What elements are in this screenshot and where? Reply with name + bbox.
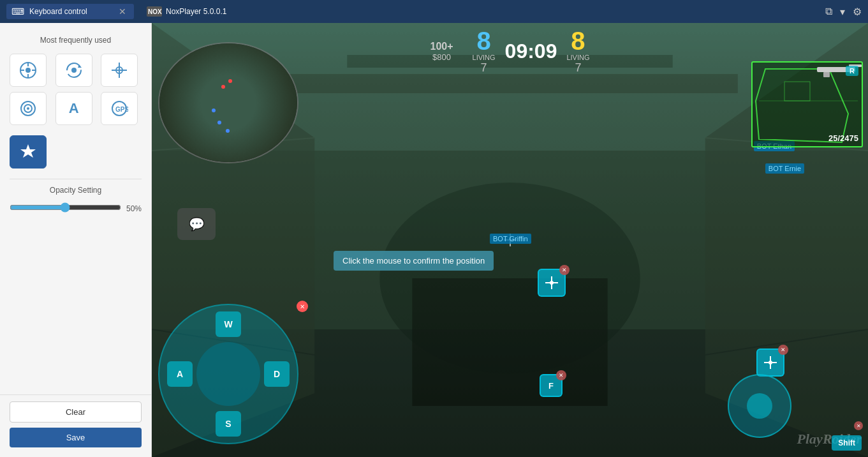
main-area: Most frequently used bbox=[0, 23, 868, 457]
f-key-button[interactable]: F ✕ bbox=[540, 374, 563, 397]
icon-grid: A GPS bbox=[10, 54, 142, 125]
keyboard-icon: ⌨ bbox=[11, 6, 24, 17]
opacity-section: Opacity Setting 50% bbox=[10, 186, 142, 221]
hud-living-label-1: LIVING bbox=[473, 54, 496, 61]
minimap-dot-blue-1 bbox=[212, 109, 216, 112]
shift-button[interactable]: Shift bbox=[832, 435, 862, 451]
svg-point-9 bbox=[71, 68, 77, 73]
wasd-close-button[interactable]: ✕ bbox=[297, 301, 308, 312]
r-key-indicator[interactable]: R bbox=[846, 66, 858, 76]
nox-version-text: NoxPlayer 5.0.0.1 bbox=[166, 7, 226, 16]
hud-yellow-score: 8 LIVING 7 bbox=[566, 28, 589, 75]
hud-scores: 8 LIVING 7 09:09 8 LIVING 7 bbox=[473, 28, 590, 75]
hud-time: 09:09 bbox=[505, 40, 557, 63]
panel-title: Keyboard control bbox=[29, 7, 87, 16]
special-button[interactable] bbox=[10, 135, 47, 169]
opacity-row: 50% bbox=[10, 202, 142, 215]
divider-1 bbox=[10, 179, 142, 179]
gps-icon: GPS bbox=[110, 100, 128, 117]
keyboard-a-label: A bbox=[69, 100, 79, 117]
clear-button[interactable]: Clear bbox=[10, 401, 142, 423]
wasd-circle: W A D S bbox=[158, 304, 298, 444]
window-icon[interactable]: ⧉ bbox=[825, 6, 832, 17]
f-key-label: F bbox=[548, 381, 554, 391]
section-title: Most frequently used bbox=[10, 36, 142, 45]
nox-logo-icon: NOX bbox=[147, 6, 162, 17]
sidebar: Most frequently used bbox=[0, 23, 152, 457]
sidebar-content: Most frequently used bbox=[0, 23, 151, 394]
gps-button[interactable]: GPS bbox=[101, 92, 138, 125]
wasd-inner-circle bbox=[196, 342, 260, 406]
f-key-close[interactable]: ✕ bbox=[556, 370, 566, 380]
move-control-icon bbox=[544, 275, 559, 290]
chat-icon: 💬 bbox=[189, 216, 205, 232]
minimap-dot-red-1 bbox=[221, 85, 225, 89]
game-area: ⏸ 💬 100+ $800 8 LIVI bbox=[152, 23, 868, 457]
opacity-title: Opacity Setting bbox=[10, 186, 142, 195]
hud-yellow-score-num: 8 bbox=[571, 28, 585, 54]
save-button[interactable]: Save bbox=[10, 428, 142, 447]
aim-icon bbox=[19, 100, 37, 117]
rotate-icon bbox=[65, 61, 83, 79]
shift-close-button[interactable]: ✕ bbox=[854, 421, 863, 430]
joystick-button[interactable] bbox=[10, 54, 47, 87]
svg-rect-34 bbox=[784, 82, 810, 101]
svg-rect-28 bbox=[412, 278, 607, 406]
shoot-icon bbox=[763, 355, 778, 370]
shoot-button[interactable]: ✕ bbox=[756, 348, 784, 377]
keyboard-control-panel-header: ⌨ Keyboard control ✕ bbox=[6, 4, 134, 19]
hud-living-label-2: LIVING bbox=[566, 54, 589, 61]
opacity-value: 50% bbox=[126, 204, 142, 213]
svg-rect-38 bbox=[823, 72, 830, 77]
joystick-circle[interactable] bbox=[728, 374, 791, 438]
sidebar-footer: Clear Save bbox=[0, 394, 151, 457]
opacity-slider[interactable] bbox=[10, 202, 121, 213]
d-key[interactable]: D bbox=[264, 361, 290, 387]
s-key[interactable]: S bbox=[216, 411, 241, 437]
hud-yellow-sub: 7 bbox=[575, 61, 581, 75]
w-key[interactable]: W bbox=[216, 311, 241, 337]
crosshair-button[interactable] bbox=[101, 54, 138, 87]
right-panel: R 25/2475 bbox=[751, 61, 863, 147]
svg-point-41 bbox=[550, 281, 554, 285]
minimap-inner bbox=[159, 43, 297, 162]
right-joystick[interactable] bbox=[728, 374, 798, 444]
hud-blue-sub: 7 bbox=[481, 61, 487, 75]
svg-text:NOX: NOX bbox=[148, 8, 162, 15]
opacity-slider-wrap bbox=[10, 202, 121, 215]
wasd-container: ✕ W A D S bbox=[158, 304, 305, 444]
hud-health-money: 100+ $800 bbox=[430, 41, 453, 62]
hud-health: 100+ bbox=[430, 41, 453, 52]
hud-money: $800 bbox=[432, 52, 451, 62]
aim-button[interactable] bbox=[10, 92, 47, 125]
svg-text:GPS: GPS bbox=[115, 106, 128, 113]
topbar: ⌨ Keyboard control ✕ NOX NoxPlayer 5.0.0… bbox=[0, 0, 868, 23]
settings-icon[interactable]: ⚙ bbox=[853, 6, 862, 18]
wasd-pad: ✕ W A D S bbox=[158, 304, 305, 451]
close-panel-button[interactable]: ✕ bbox=[119, 6, 126, 17]
rotate-button[interactable] bbox=[55, 54, 92, 87]
minimap-dot-blue-2 bbox=[217, 121, 221, 124]
svg-point-44 bbox=[769, 361, 772, 364]
joystick-knob bbox=[747, 393, 772, 419]
svg-rect-23 bbox=[282, 74, 738, 93]
tooltip-text: Click the mouse to confirm the position bbox=[342, 256, 485, 266]
bot-griffin-label: BOT Griffin bbox=[490, 234, 531, 244]
hud-top: 100+ $800 8 LIVING 7 09:09 8 LIVING 7 bbox=[430, 28, 589, 75]
svg-marker-19 bbox=[20, 144, 36, 158]
move-control-button[interactable]: ✕ bbox=[538, 269, 566, 297]
joystick-icon bbox=[19, 61, 37, 79]
dropdown-icon[interactable]: ▾ bbox=[840, 6, 845, 18]
ammo-display: 25/2475 bbox=[828, 133, 858, 143]
bot-ernie-label: BOT Ernie bbox=[765, 163, 804, 174]
shoot-close[interactable]: ✕ bbox=[778, 345, 788, 355]
keyboard-text-button[interactable]: A bbox=[55, 92, 92, 125]
right-minimap: R 25/2475 bbox=[751, 61, 863, 147]
move-control-close[interactable]: ✕ bbox=[559, 265, 570, 275]
a-key[interactable]: A bbox=[167, 361, 193, 387]
chat-button[interactable]: 💬 bbox=[177, 208, 216, 240]
minimap-dot-blue-3 bbox=[226, 129, 230, 133]
minimap-dot-red-2 bbox=[228, 79, 232, 83]
minimap bbox=[158, 42, 298, 163]
crosshair-icon bbox=[110, 61, 128, 79]
